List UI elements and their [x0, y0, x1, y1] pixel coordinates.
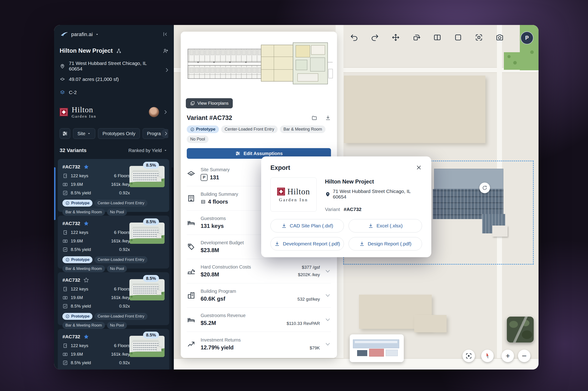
variant-card[interactable]: #AC732122 keys6 Floors19.6M161k /key8.5%…	[58, 329, 169, 370]
site-icon	[187, 170, 196, 178]
variant-card[interactable]: #AC732122 keys6 Floors19.6M161k /key8.5%…	[58, 216, 169, 269]
aerial-view-toggle[interactable]	[507, 317, 534, 342]
undo-button[interactable]	[349, 32, 359, 43]
variant-value: #AC732	[344, 206, 362, 212]
star-icon[interactable]	[83, 277, 90, 283]
keys-value: 122 keys	[71, 173, 88, 178]
user-avatar-button[interactable]: P	[520, 31, 533, 44]
per-key-value: 161k /key	[111, 352, 130, 357]
yield-badge: 8.5%	[143, 275, 159, 282]
chevron-down-icon[interactable]	[324, 316, 331, 323]
chevron-right-icon[interactable]	[164, 67, 170, 73]
hotel-brand-row[interactable]: Hilton Garden Inn	[60, 104, 168, 120]
filter-bar: Site Prototypes Only Progra	[60, 128, 168, 139]
project-lot: 49.07 acres (21,000 sf)	[69, 77, 119, 82]
brand-menu[interactable]: parafin.ai	[60, 31, 99, 38]
export-option-label: Excel (.xlsx)	[377, 223, 403, 229]
star-icon[interactable]	[83, 220, 90, 227]
export-option-button[interactable]: Design Report (.pdf)	[349, 237, 422, 251]
filter-settings-button[interactable]	[60, 128, 70, 139]
split-view-button[interactable]	[432, 32, 442, 43]
budget-value: 19.6M	[71, 352, 83, 357]
variant-tag: Prototype	[62, 313, 93, 320]
close-button[interactable]	[416, 164, 422, 172]
variant-tag: Bar & Meeting Room	[62, 209, 105, 216]
sliders-icon	[235, 151, 241, 156]
download-variant-button[interactable]	[325, 115, 331, 121]
export-option-button[interactable]: CAD Site Plan (.dxf)	[270, 219, 344, 232]
variant-tag: Center-Loaded Front Entry	[221, 125, 278, 133]
variant-tag: Center-Loaded Front Entry	[95, 256, 147, 263]
project-address-row[interactable]: 71 West Hubbard Street Chicago, IL 60654	[60, 59, 160, 73]
hilton-logo-icon	[60, 108, 68, 116]
chevron-down-icon[interactable]	[324, 341, 331, 347]
sidebar-collapse-button[interactable]	[162, 31, 168, 38]
redo-button[interactable]	[370, 32, 380, 43]
brand-logo-card: Hilton Garden Inn	[270, 178, 317, 212]
zoom-out-button[interactable]: −	[518, 350, 530, 362]
summary-row[interactable]: Investment Returns12.79% yield$79K	[187, 332, 331, 356]
variant-thumbnail[interactable]	[129, 222, 165, 244]
modal-address: 71 West Hubbard Street Chicago, IL 60654	[333, 189, 422, 200]
rooms-icon	[62, 343, 68, 348]
download-icon	[368, 223, 374, 229]
chevron-right-icon	[163, 131, 168, 136]
variant-tags: PrototypeCenter-Loaded Front EntryBar & …	[187, 125, 331, 143]
export-option-button[interactable]: Development Report (.pdf)	[270, 237, 344, 251]
pan-button[interactable]	[391, 32, 401, 43]
summary-row[interactable]: Guestrooms Revenue$5.2M$110.33 RevPAR	[187, 307, 331, 332]
rotate-button[interactable]	[411, 32, 422, 43]
hotel-3d-model[interactable]	[433, 169, 507, 238]
scrollbar[interactable]	[172, 167, 173, 370]
sort-label: Ranked by Yield	[128, 148, 162, 153]
map-building-block	[414, 315, 447, 332]
check-circle-icon	[65, 201, 70, 205]
variant-tag: Bar & Meeting Room	[62, 322, 105, 329]
floorplan-preview[interactable]	[181, 32, 337, 96]
variant-card[interactable]: #AC732122 keys6 Floors19.6M161k /key8.5%…	[58, 272, 169, 325]
hotel-brand-name: Hilton	[72, 106, 97, 114]
summary-row[interactable]: Building Program60.6K gsf532 gsf/key	[187, 283, 331, 307]
summary-label: Guestrooms Revenue	[201, 313, 287, 318]
star-icon[interactable]	[83, 164, 90, 170]
summary-label: Hard Construction Costs	[201, 264, 298, 270]
project-zoning-row[interactable]: C-2	[60, 86, 160, 99]
view-floorplans-button[interactable]: View Floorplans	[186, 98, 233, 108]
open-folder-button[interactable]	[311, 115, 317, 121]
rotate-icon	[412, 33, 421, 42]
filter-prototypes-only[interactable]: Prototypes Only	[98, 128, 140, 139]
compass-button[interactable]	[481, 350, 494, 362]
variant-thumbnail[interactable]	[129, 166, 165, 187]
variant-card[interactable]: #AC732122 keys6 Floors19.6M161k /key8.5%…	[58, 159, 169, 212]
area-select-button[interactable]	[453, 32, 463, 43]
caret-down-icon	[164, 149, 167, 152]
location-pin-icon	[60, 63, 65, 69]
project-lot-row[interactable]: 49.07 acres (21,000 sf)	[60, 73, 160, 86]
star-icon[interactable]	[83, 333, 90, 340]
summary-row[interactable]: Hard Construction Costs$20.8M$377 /gsf$2…	[187, 259, 331, 283]
chevron-down-icon[interactable]	[324, 292, 331, 298]
variant-thumbnail[interactable]	[129, 336, 165, 357]
camera-button[interactable]	[495, 32, 505, 43]
rotate-handle-button[interactable]	[479, 183, 490, 193]
per-key-value: 161k /key	[111, 295, 130, 300]
yield-value: 8.5% yield	[71, 247, 91, 252]
sort-dropdown[interactable]: Ranked by Yield	[128, 148, 167, 153]
export-option-button[interactable]: Excel (.xlsx)	[349, 219, 422, 232]
export-buttons: CAD Site Plan (.dxf)Excel (.xlsx)Develop…	[270, 219, 422, 251]
recenter-button[interactable]	[463, 350, 475, 362]
variant-tags: PrototypeCenter-Loaded Front EntryBar & …	[62, 256, 165, 272]
filter-site[interactable]: Site	[73, 128, 95, 139]
variant-thumbnail[interactable]	[129, 279, 165, 300]
invite-user-button[interactable]	[163, 48, 168, 54]
check-circle-icon	[65, 314, 70, 318]
zoom-in-button[interactable]: +	[501, 350, 514, 362]
map-park	[504, 52, 521, 70]
share-icon[interactable]	[116, 48, 122, 54]
pan-icon	[392, 33, 400, 42]
chevron-down-icon[interactable]	[324, 268, 331, 274]
scan-button[interactable]	[474, 32, 484, 43]
summary-label: Investment Returns	[201, 337, 310, 343]
unit-value: $202K /key	[298, 272, 320, 277]
unit-value: $110.33 RevPAR	[287, 321, 320, 326]
